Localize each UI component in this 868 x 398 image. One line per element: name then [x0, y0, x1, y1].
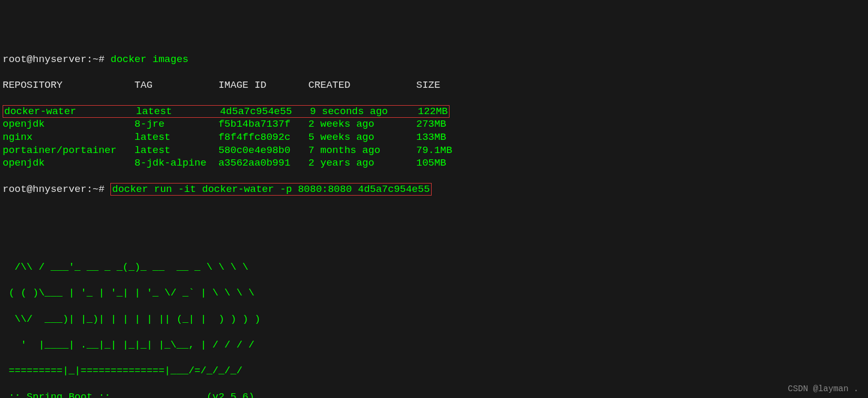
- terminal-line-cmd1[interactable]: root@hnyserver:~# docker images: [3, 53, 865, 66]
- table-row: openjdk 8-jre f5b14ba7137f 2 weeks ago 2…: [3, 118, 865, 131]
- terminal-line-cmd2[interactable]: root@hnyserver:~# docker run -it docker-…: [3, 183, 865, 196]
- spring-banner-l2: ( ( )\___ | '_ | '_| | '_ \/ _` | \ \ \ …: [3, 287, 865, 300]
- table-row: openjdk 8-jdk-alpine a3562aa0b991 2 year…: [3, 157, 865, 170]
- table-row: portainer/portainer latest 580c0e4e98b0 …: [3, 144, 865, 157]
- table-row: nginx latest f8f4ffc8092c 5 weeks ago 13…: [3, 131, 865, 144]
- spring-banner-l1: /\\ / ___'_ __ _ _(_)_ __ __ _ \ \ \ \: [3, 261, 865, 274]
- table-row: docker-water latest 4d5a7c954e55 9 secon…: [3, 105, 865, 118]
- spring-banner-l4: ' |____| .__|_| |_|_| |_\__, | / / / /: [3, 339, 865, 352]
- watermark: CSDN @layman .: [788, 384, 859, 395]
- table-header: REPOSITORY TAG IMAGE ID CREATED SIZE: [3, 79, 865, 92]
- spring-banner-l3: \\/ ___)| |_)| | | | | || (_| | ) ) ) ): [3, 313, 865, 326]
- spring-boot-version: :: Spring Boot :: (v2.5.6): [3, 391, 865, 398]
- spring-banner-l5: =========|_|==============|___/=/_/_/_/: [3, 364, 865, 377]
- table-body: docker-water latest 4d5a7c954e55 9 secon…: [3, 105, 865, 170]
